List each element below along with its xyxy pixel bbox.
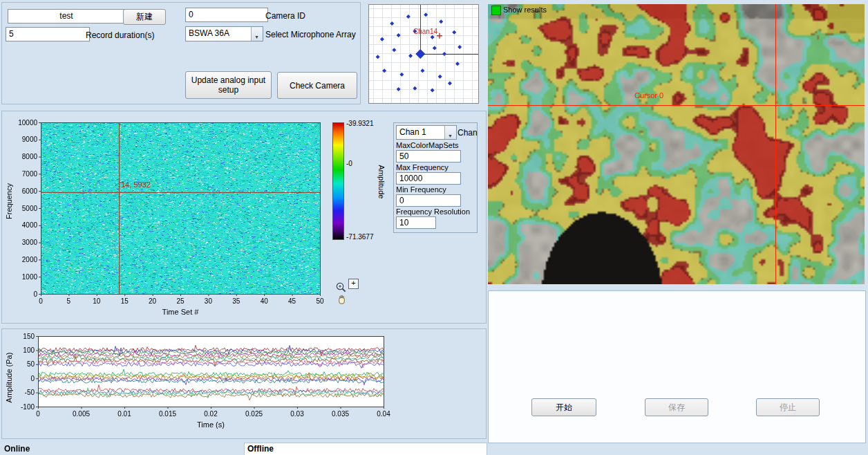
offline-status-label: Offline: [247, 444, 274, 454]
spectrogram-xlabel: Time Set #: [146, 308, 215, 316]
camera-view-panel: Show results Cursor 0: [488, 4, 865, 284]
frequency-resolution-label: Frequency Resolution: [396, 207, 470, 216]
colorbar-max-label: -39.9321: [346, 120, 373, 127]
chevron-down-icon[interactable]: [444, 126, 456, 139]
waveform-xlabel: Time (s): [183, 420, 238, 429]
record-duration-input[interactable]: 5: [6, 27, 90, 41]
min-frequency-input[interactable]: 0: [396, 194, 461, 207]
max-frequency-input[interactable]: 10000: [396, 172, 461, 185]
stop-button[interactable]: 停止: [756, 398, 820, 416]
zoom-icon[interactable]: [335, 281, 347, 293]
mic-array-plot: [369, 5, 478, 103]
start-button[interactable]: 开始: [531, 398, 596, 416]
online-status-label: Online: [4, 444, 30, 454]
spectrogram-panel: Frequency Time Set # 14, 5932 -39.9321 -…: [1, 111, 487, 324]
cursor-tool-icon[interactable]: [348, 279, 359, 289]
show-results-checkbox[interactable]: [491, 6, 501, 15]
mic-array-select-value: BSWA 36A: [189, 28, 229, 38]
spectrogram-ylabel: Frequency: [5, 177, 13, 225]
colorbar-zero-marker[interactable]: -0: [346, 160, 352, 167]
chevron-down-icon[interactable]: [251, 27, 263, 41]
camera-cursor-label: Cursor 0: [634, 91, 663, 100]
min-frequency-label: Min Frequency: [396, 185, 446, 194]
acquisition-controls-panel: test 新建 0 Camera ID 5 Record duration(s)…: [1, 2, 361, 104]
update-analog-input-button[interactable]: Update analog input setup: [185, 71, 272, 99]
max-colormap-input[interactable]: 50: [396, 150, 461, 162]
waveform-ylabel: Amplitude (Pa): [5, 346, 13, 409]
save-button[interactable]: 保存: [645, 398, 708, 416]
pan-hand-icon[interactable]: [337, 294, 348, 306]
acoustic-camera-app: test 新建 0 Camera ID 5 Record duration(s)…: [0, 0, 868, 455]
new-button[interactable]: 新建: [123, 9, 166, 25]
amplitude-colorbar: [332, 122, 344, 240]
offline-status-box: Offline: [244, 443, 487, 455]
mic-array-label: Select Microphone Array: [265, 30, 356, 39]
waveform-panel: Amplitude (Pa) Time (s): [1, 328, 487, 439]
show-results-label: Show results: [503, 6, 547, 14]
camera-heatmap-view[interactable]: [488, 4, 865, 284]
channel-select[interactable]: Chan 1: [396, 125, 457, 140]
test-name-input[interactable]: test: [8, 9, 125, 24]
colorbar-amplitude-label: Amplitude: [377, 158, 386, 206]
max-frequency-label: Max Frequency: [396, 163, 449, 171]
spectro-settings-box: Chan 1 Chan MaxColorMapSets 50 Max Frequ…: [393, 122, 478, 233]
frequency-resolution-input[interactable]: 10: [396, 216, 436, 229]
mic-highlight-label: Chan14: [413, 28, 437, 35]
mic-array-select[interactable]: BSWA 36A: [185, 26, 263, 41]
check-camera-button[interactable]: Check Camera: [277, 72, 357, 99]
channel-label: Chan: [457, 128, 478, 138]
max-colormap-label: MaxColorMapSets: [396, 141, 458, 149]
channel-select-value: Chan 1: [399, 127, 426, 137]
spectrogram-plot[interactable]: [3, 115, 328, 316]
spectrogram-cursor-label: 14, 5932: [121, 180, 151, 189]
camera-id-input[interactable]: 0: [185, 8, 268, 22]
mic-array-plot-frame: Chan14: [368, 4, 479, 104]
result-panel: 开始 保存 停止: [488, 290, 866, 443]
record-duration-label: Record duration(s): [86, 30, 154, 40]
colorbar-min-label: -71.3677: [346, 233, 373, 241]
camera-id-label: Camera ID: [265, 11, 305, 21]
waveform-plot: [3, 331, 404, 434]
